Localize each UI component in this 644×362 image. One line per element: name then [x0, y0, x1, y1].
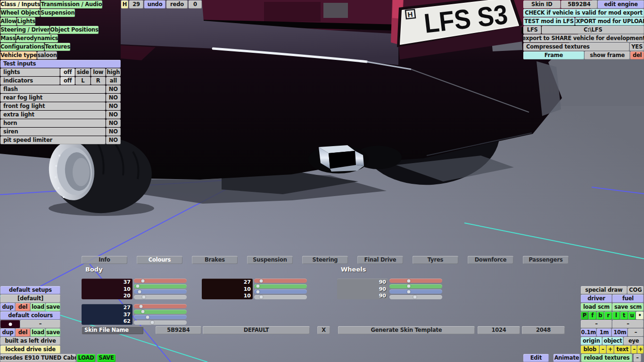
- tools-t-button[interactable]: t: [620, 312, 628, 320]
- menu-configurations-button[interactable]: Configurations: [0, 43, 44, 51]
- setups-save-button[interactable]: save: [46, 329, 60, 337]
- current-colour-swatch[interactable]: [0, 320, 20, 328]
- green-slider-handle[interactable]: [136, 285, 140, 288]
- red-slider[interactable]: [254, 279, 307, 283]
- tools-object-button[interactable]: object: [603, 337, 624, 345]
- tab-passengers[interactable]: Passengers: [523, 256, 569, 264]
- menu-allow-button[interactable]: Allow: [0, 17, 17, 25]
- tab-steering[interactable]: Steering: [302, 256, 348, 264]
- setups-dup-button[interactable]: dup: [0, 329, 15, 337]
- text-plus[interactable]: +: [637, 346, 643, 354]
- skin-5b92b4-button[interactable]: 5B92B4: [156, 326, 201, 334]
- menu-lights-button[interactable]: Lights: [17, 17, 35, 25]
- blue-slider[interactable]: [134, 289, 187, 294]
- master-slider-handle[interactable]: [413, 296, 416, 299]
- export-compressed-textures-button[interactable]: Compressed textures: [523, 43, 629, 51]
- lights-low-option[interactable]: low: [91, 68, 106, 76]
- red-slider[interactable]: [134, 279, 187, 283]
- green-slider[interactable]: [134, 284, 187, 288]
- pit-speed-limiter-value[interactable]: NO: [106, 136, 121, 144]
- horn-value[interactable]: NO: [106, 119, 121, 127]
- master-slider-handle[interactable]: [260, 296, 263, 299]
- tools-save-scm-button[interactable]: save scm: [612, 303, 644, 311]
- menu-saloon-button[interactable]: saloon: [37, 51, 57, 59]
- tab-tyres[interactable]: Tyres: [413, 256, 458, 264]
- export-check-if-vehicle-is-valid-for-mod-export-button[interactable]: CHECK if vehicle is valid for mod export: [523, 9, 644, 17]
- mode-reload-textures-button[interactable]: reload textures: [581, 354, 632, 362]
- test-input-horn[interactable]: horn: [0, 119, 106, 127]
- skin-2048-button[interactable]: 2048: [522, 326, 565, 334]
- status-save-button[interactable]: SAVE: [97, 354, 116, 362]
- test-input-front-fog-light[interactable]: front fog light: [0, 102, 106, 110]
- indicators-all-option[interactable]: all: [106, 77, 121, 85]
- tools-1m-button[interactable]: 1m: [597, 329, 612, 337]
- history-29-button[interactable]: 29: [129, 0, 143, 8]
- blue-slider[interactable]: [389, 289, 442, 294]
- lights-side-option[interactable]: side: [75, 68, 90, 76]
- indicators-off-option[interactable]: off: [60, 77, 75, 85]
- export-export-to-share-vehicle-for-development-button[interactable]: export to SHARE vehicle for development: [523, 34, 644, 42]
- mode-animate-button[interactable]: Animate: [553, 354, 580, 362]
- tools-r-button[interactable]: r: [604, 312, 612, 320]
- tab-colours[interactable]: Colours: [137, 256, 182, 264]
- red-slider-handle[interactable]: [407, 279, 410, 282]
- blob-minus[interactable]: –: [600, 346, 607, 354]
- tools-0-1m-button[interactable]: 0.1m: [581, 329, 596, 337]
- red-slider-handle[interactable]: [260, 279, 263, 282]
- test-input-rear-fog-light[interactable]: rear fog light: [0, 94, 106, 102]
- blue-slider-handle[interactable]: [256, 290, 260, 293]
- skin-default-button[interactable]: DEFAULT: [203, 326, 310, 334]
- dot-toggle[interactable]: •: [636, 312, 644, 320]
- green-slider-handle[interactable]: [256, 285, 260, 288]
- export-del-button[interactable]: del: [630, 51, 644, 59]
- tab-final-drive[interactable]: Final Drive: [357, 256, 403, 264]
- blue-slider-handle[interactable]: [138, 290, 141, 293]
- tools-cog-button[interactable]: COG: [627, 286, 644, 294]
- history-0-button[interactable]: 0: [189, 0, 202, 8]
- body-colour-swatch-1[interactable]: 273762: [82, 304, 132, 325]
- test-input-flash[interactable]: flash: [0, 85, 106, 93]
- setups-default-setups-button[interactable]: default setups: [0, 286, 60, 294]
- tools-driver-button[interactable]: driver: [581, 295, 612, 303]
- red-slider-handle[interactable]: [141, 279, 145, 282]
- export-frame-button[interactable]: Frame: [523, 51, 584, 59]
- tools-eye-button[interactable]: eye: [624, 337, 644, 345]
- menu-transmission-audio-button[interactable]: Transmission / Audio: [41, 0, 102, 8]
- siren-value[interactable]: NO: [106, 128, 121, 136]
- green-slider[interactable]: [134, 310, 187, 314]
- setups-built-as-left-drive-button[interactable]: built as left drive: [0, 337, 60, 345]
- export-export-mod-for-upload-button[interactable]: EXPORT mod for UPLOAD: [575, 17, 644, 25]
- setups-load-button[interactable]: load: [31, 303, 45, 311]
- front-fog-light-value[interactable]: NO: [106, 102, 121, 110]
- red-slider[interactable]: [134, 304, 187, 308]
- menu-mass-button[interactable]: Mass: [0, 34, 16, 42]
- history-h-button[interactable]: H: [121, 0, 128, 8]
- skin-1024-button[interactable]: 1024: [478, 326, 520, 334]
- rear-fog-light-value[interactable]: NO: [106, 94, 121, 102]
- master-slider[interactable]: [254, 295, 307, 299]
- body-colour-swatch-2[interactable]: 271010: [202, 279, 253, 299]
- export-skin-id-button[interactable]: Skin ID: [523, 0, 561, 8]
- skin-file-name-label[interactable]: Skin File Name: [82, 326, 143, 334]
- master-slider[interactable]: [134, 295, 187, 299]
- blue-slider[interactable]: [134, 315, 187, 319]
- clear-skin-button[interactable]: X: [317, 326, 330, 334]
- setups-default-colours-button[interactable]: default colours: [0, 312, 60, 320]
- status-meresdes-e910-tuned-cabrio-button[interactable]: Meresdes E910 TUNED Cabrio: [0, 354, 76, 362]
- test-input-siren[interactable]: siren: [0, 128, 106, 136]
- blue-slider[interactable]: [254, 289, 307, 294]
- lights-high-option[interactable]: high: [106, 68, 121, 76]
- setups-save-button[interactable]: save: [46, 303, 60, 311]
- master-slider-handle[interactable]: [142, 296, 145, 299]
- wheels-colour-swatch-3[interactable]: 909090: [337, 279, 388, 299]
- tools-blob-button[interactable]: blob: [581, 346, 599, 354]
- menu-object-positions-button[interactable]: Object Positions: [50, 26, 98, 34]
- green-slider[interactable]: [389, 284, 442, 288]
- reload-minus[interactable]: –: [634, 354, 641, 362]
- export-show-frame-button[interactable]: show frame: [585, 51, 630, 59]
- menu-textures-button[interactable]: Textures: [45, 43, 70, 51]
- green-slider-handle[interactable]: [407, 285, 410, 288]
- step-minus[interactable]: –: [628, 329, 644, 337]
- red-slider[interactable]: [389, 279, 442, 283]
- tools-b-button[interactable]: b: [597, 312, 604, 320]
